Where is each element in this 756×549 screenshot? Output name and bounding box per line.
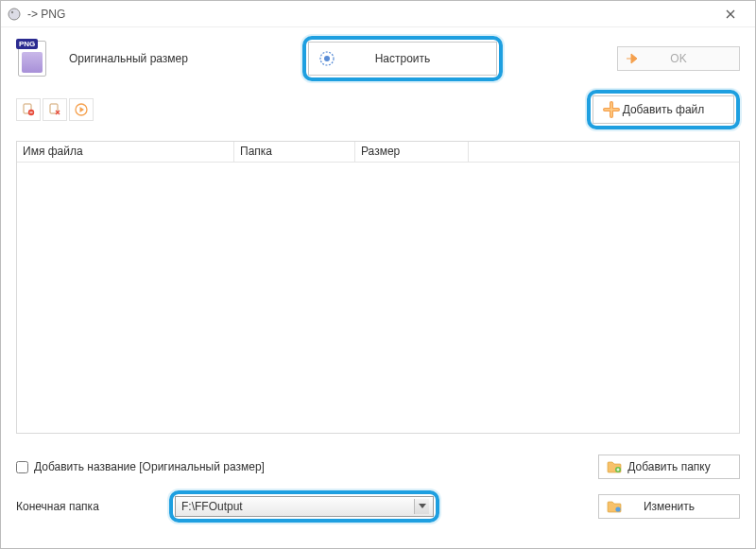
destination-label: Конечная папка [16, 500, 158, 513]
plus-icon [603, 101, 620, 118]
svg-point-3 [324, 56, 330, 61]
destination-highlight: F:\FFOutput [169, 490, 439, 523]
file-clear-icon [48, 103, 61, 116]
folder-open-icon [607, 500, 622, 513]
top-row: PNG Оригинальный размер Настроить OK [16, 37, 740, 80]
play-icon [75, 103, 88, 116]
file-remove-icon [22, 103, 35, 116]
add-folder-button[interactable]: Добавить папку [598, 455, 740, 479]
change-button-label: Изменить [644, 500, 695, 513]
add-file-button[interactable]: Добавить файл [593, 95, 734, 124]
add-file-highlight: Добавить файл [587, 90, 740, 129]
ok-button[interactable]: OK [617, 46, 740, 71]
arrow-right-icon [626, 52, 641, 65]
destination-value: F:\FFOutput [181, 500, 243, 513]
table-header: Имя файла Папка Размер [17, 142, 739, 163]
second-row: Добавить файл [16, 90, 740, 129]
remove-file-button[interactable] [16, 98, 41, 121]
play-button[interactable] [69, 98, 94, 121]
png-file-icon: PNG [16, 39, 50, 78]
bottom-panel: Добавить название [Оригинальный размер] … [16, 455, 740, 523]
add-title-checkbox-label: Добавить название [Оригинальный размер] [34, 460, 265, 473]
column-header-folder[interactable]: Папка [234, 142, 355, 162]
add-title-checkbox[interactable] [16, 461, 28, 473]
add-file-button-label: Добавить файл [623, 103, 705, 116]
original-size-label: Оригинальный размер [69, 52, 188, 65]
folder-add-icon [607, 460, 622, 473]
svg-point-0 [9, 9, 20, 20]
column-header-name[interactable]: Имя файла [17, 142, 234, 162]
app-icon [7, 7, 22, 22]
svg-point-9 [615, 506, 620, 511]
column-header-spacer [469, 142, 739, 162]
destination-select[interactable]: F:\FFOutput [175, 496, 434, 517]
add-folder-button-label: Добавить папку [627, 460, 710, 473]
add-title-checkbox-wrap[interactable]: Добавить название [Оригинальный размер] [16, 460, 598, 473]
column-header-size[interactable]: Размер [355, 142, 469, 162]
file-table: Имя файла Папка Размер [16, 141, 740, 434]
clear-list-button[interactable] [43, 98, 67, 121]
titlebar: -> PNG [1, 1, 755, 27]
change-button[interactable]: Изменить [598, 494, 740, 519]
ok-button-label: OK [670, 52, 686, 65]
settings-button-label: Настроить [375, 52, 431, 65]
window-title: -> PNG [27, 8, 65, 21]
svg-point-1 [11, 10, 13, 12]
settings-highlight: Настроить [302, 36, 503, 81]
settings-button[interactable]: Настроить [308, 42, 497, 76]
table-body[interactable] [17, 163, 739, 433]
gear-icon [318, 50, 335, 67]
close-button[interactable] [712, 3, 749, 26]
chevron-down-icon [414, 499, 429, 514]
close-icon [726, 9, 735, 19]
